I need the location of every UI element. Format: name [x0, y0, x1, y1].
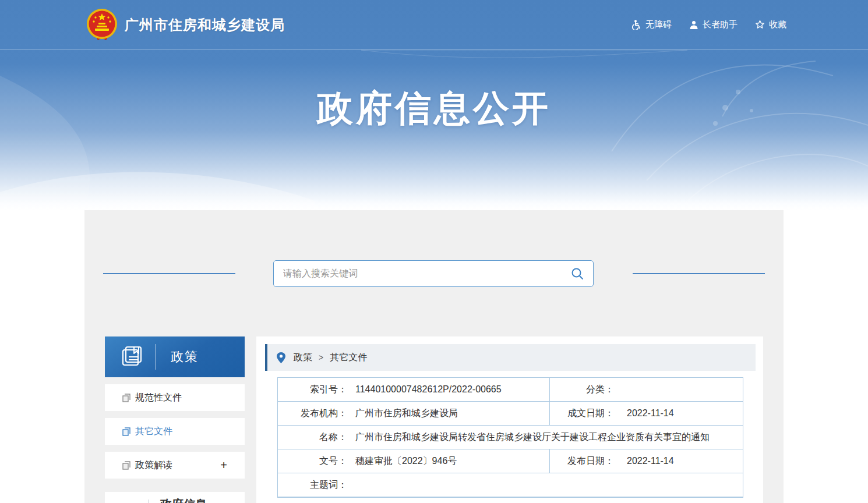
cell-written-date: 成文日期： 2022-11-14 — [549, 402, 743, 425]
header-divider — [148, 500, 149, 503]
page: 广州市住房和城乡建设局 无障碍 长 — [0, 0, 868, 503]
field-label: 发布日期： — [550, 455, 614, 467]
field-label: 主题词： — [278, 479, 347, 491]
document-icon — [122, 427, 130, 436]
nav-links: 无障碍 长者助手 收藏 — [631, 19, 786, 30]
map-pin-icon — [277, 352, 285, 363]
brand: 广州市住房和城乡建设局 — [86, 9, 285, 41]
field-value: 穗建审批〔2022〕946号 — [347, 455, 457, 467]
sidebar: 政策 规范性文件 — [105, 336, 245, 503]
elder-person-icon — [689, 20, 698, 30]
cell-keywords: 主题词： — [278, 473, 743, 497]
sidebar-section-policy[interactable]: 政策 — [105, 336, 245, 377]
book-icon — [119, 344, 144, 370]
favorite-link[interactable]: 收藏 — [755, 19, 786, 30]
cell-issuing-agency: 发布机构： 广州市住房和城乡建设局 — [278, 402, 549, 425]
cell-category: 分类： — [549, 378, 743, 401]
cell-publish-date: 发布日期： 2022-11-14 — [549, 449, 743, 473]
table-row: 文号： 穗建审批〔2022〕946号 发布日期： 2022-11-14 — [278, 449, 743, 473]
table-row: 主题词： — [278, 473, 743, 497]
field-label: 成文日期： — [550, 408, 614, 420]
field-label: 文号： — [278, 455, 347, 467]
nav-link-label: 无障碍 — [645, 19, 672, 30]
field-value: 2022-11-14 — [614, 408, 674, 419]
breadcrumb: 政策 > 其它文件 — [265, 344, 756, 371]
hero-banner: 广州市住房和城乡建设局 无障碍 长 — [0, 0, 868, 210]
search-section — [84, 210, 784, 287]
national-emblem-icon — [86, 9, 118, 41]
expand-plus-icon[interactable]: + — [220, 459, 227, 471]
sidebar-section-gov-info[interactable]: 政府信息公开 — [105, 492, 245, 503]
sidebar-item-normative-documents[interactable]: 规范性文件 — [105, 384, 245, 411]
sidebar-item-label: 规范性文件 — [135, 392, 182, 404]
top-navbar: 广州市住房和城乡建设局 无障碍 长 — [0, 0, 868, 50]
breadcrumb-item-current: 其它文件 — [330, 352, 367, 364]
site-title: 广州市住房和城乡建设局 — [125, 16, 285, 34]
sidebar-item-other-documents[interactable]: 其它文件 — [105, 418, 245, 445]
hero-title-wrap: 政府信息公开 — [0, 50, 868, 167]
detail-panel: 政策 > 其它文件 索引号： 11440100007482612P/2022-0… — [256, 336, 763, 503]
field-label: 发布机构： — [278, 408, 347, 420]
field-value: 广州市住房和城乡建设局 — [347, 408, 458, 420]
cell-document-name: 名称： 广州市住房和城乡建设局转发省住房城乡建设厅关于建设工程企业资质有关事宜的… — [278, 426, 743, 449]
cell-document-number: 文号： 穗建审批〔2022〕946号 — [278, 449, 549, 473]
nav-link-label: 长者助手 — [703, 19, 738, 30]
star-icon — [755, 20, 765, 30]
breadcrumb-item-policy[interactable]: 政策 — [294, 352, 312, 364]
page-title: 政府信息公开 — [317, 84, 551, 133]
sidebar-item-label: 其它文件 — [135, 426, 172, 438]
search-input[interactable] — [283, 268, 571, 279]
content-area: 政策 规范性文件 — [0, 210, 868, 503]
sidebar-section-title: 政策 — [171, 348, 199, 366]
nav-link-label: 收藏 — [769, 19, 786, 30]
breadcrumb-separator: > — [319, 353, 323, 362]
cell-index-number: 索引号： 11440100007482612P/2022-00665 — [278, 378, 549, 401]
decorative-line-left — [103, 273, 235, 274]
gray-panel: 政策 规范性文件 — [84, 210, 784, 503]
search-icon[interactable] — [571, 267, 584, 280]
document-meta-table: 索引号： 11440100007482612P/2022-00665 分类： 发… — [277, 377, 743, 498]
field-value: 广州市住房和城乡建设局转发省住房城乡建设厅关于建设工程企业资质有关事宜的通知 — [347, 431, 710, 444]
sidebar-section-title: 政府信息公开 — [160, 497, 214, 503]
elder-assistant-link[interactable]: 长者助手 — [689, 19, 738, 30]
document-icon — [122, 461, 130, 470]
field-value: 11440100007482612P/2022-00665 — [347, 384, 502, 395]
field-label: 名称： — [278, 431, 347, 444]
wheelchair-icon — [631, 20, 641, 30]
decorative-line-right — [633, 273, 765, 274]
search-box — [273, 260, 594, 287]
table-row: 索引号： 11440100007482612P/2022-00665 分类： — [278, 378, 743, 402]
header-divider — [155, 344, 156, 370]
field-value: 2022-11-14 — [614, 456, 674, 466]
field-label: 索引号： — [278, 384, 347, 396]
table-row: 发布机构： 广州市住房和城乡建设局 成文日期： 2022-11-14 — [278, 402, 743, 426]
main-row: 政策 规范性文件 — [84, 336, 784, 503]
table-row: 名称： 广州市住房和城乡建设局转发省住房城乡建设厅关于建设工程企业资质有关事宜的… — [278, 426, 743, 449]
document-icon — [122, 394, 130, 402]
field-label: 分类： — [550, 384, 614, 396]
sidebar-item-label: 政策解读 — [135, 459, 172, 472]
sidebar-item-policy-interpretation[interactable]: 政策解读 + — [105, 452, 245, 479]
accessibility-link[interactable]: 无障碍 — [631, 19, 672, 30]
